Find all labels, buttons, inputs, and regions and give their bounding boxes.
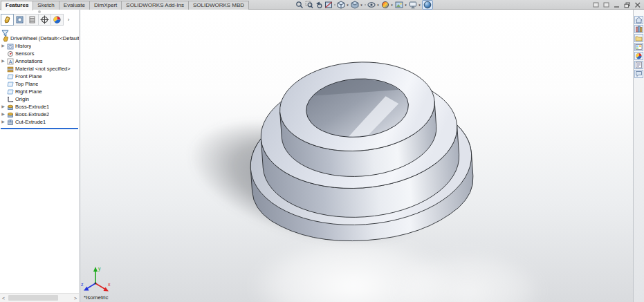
tree-filter xyxy=(1,27,9,34)
tree-item-cut-extrude1[interactable]: ▶ Cut-Extrude1 xyxy=(0,118,79,126)
triad-z-label: z xyxy=(81,282,84,287)
feature-tree: DriveWheel (Default<<Default>_Display ▶ … xyxy=(0,35,79,129)
tree-item-label: Boss-Extrude1 xyxy=(15,104,49,110)
apply-scene-dropdown[interactable]: ▾ xyxy=(404,1,407,9)
zoom-to-fit-icon[interactable] xyxy=(295,1,304,9)
restore-down-icon[interactable] xyxy=(623,1,632,8)
view-settings-icon[interactable] xyxy=(408,1,417,9)
dimxpertmanager-icon xyxy=(40,15,49,24)
toolbar-separator xyxy=(333,1,335,9)
view-settings-dropdown[interactable]: ▾ xyxy=(418,1,421,9)
tree-item-history[interactable]: ▶ History xyxy=(0,42,79,50)
tab-dimxpert[interactable]: DimXpert xyxy=(89,1,122,10)
tree-item-top-plane[interactable]: Top Plane xyxy=(0,80,79,88)
design-library-icon[interactable] xyxy=(634,25,643,33)
view-orientation-label: *Isometric xyxy=(84,294,109,301)
realview-toggle-icon[interactable] xyxy=(422,0,433,10)
annotations-icon: A xyxy=(6,58,14,65)
scrollbar-track[interactable] xyxy=(7,294,72,301)
section-view-icon[interactable] xyxy=(324,1,333,9)
task-pane-strip xyxy=(633,10,644,302)
tree-item-material[interactable]: Material <not specified> xyxy=(0,65,79,73)
minimize-icon[interactable] xyxy=(613,1,621,8)
heads-up-view-toolbar: ▾ ▾ ▾ ▾ ▾ ▾ xyxy=(295,1,433,9)
tree-item-boss-extrude2[interactable]: ▶ Boss-Extrude2 xyxy=(0,111,79,118)
displaymanager-tab[interactable] xyxy=(50,14,64,26)
triad-y-label: y xyxy=(98,266,101,272)
dimxpertmanager-tab[interactable] xyxy=(38,14,51,26)
configurationmanager-icon xyxy=(28,15,37,24)
part-icon xyxy=(1,35,9,42)
tree-item-label: Right Plane xyxy=(15,88,42,95)
tree-root-drivewheel[interactable]: DriveWheel (Default<<Default>_Display xyxy=(0,35,79,42)
edit-appearance-icon[interactable] xyxy=(380,1,389,9)
scroll-right-icon[interactable]: > xyxy=(72,294,79,302)
tree-item-right-plane[interactable]: Right Plane xyxy=(0,88,79,95)
file-explorer-icon[interactable] xyxy=(634,34,643,42)
solidworks-forum-icon[interactable] xyxy=(634,70,643,78)
solidworks-resources-icon[interactable] xyxy=(634,16,643,24)
previous-view-icon[interactable] xyxy=(314,1,323,9)
expand-arrow-icon[interactable]: ▶ xyxy=(0,118,6,126)
hide-show-items-dropdown[interactable]: ▾ xyxy=(376,1,380,9)
commandmanager-tabs: Features Sketch Evaluate DimXpert SOLIDW… xyxy=(1,1,248,10)
panel-horizontal-scrollbar[interactable]: < > xyxy=(0,293,79,302)
tree-item-sensors[interactable]: Sensors xyxy=(0,50,79,57)
boss-extrude-icon xyxy=(6,111,14,118)
tab-solidworks-mbd[interactable]: SOLIDWORKS MBD xyxy=(188,1,249,10)
doc-minimize-icon[interactable] xyxy=(592,1,600,8)
top-command-strip: Features Sketch Evaluate DimXpert SOLIDW… xyxy=(0,0,644,10)
graphics-viewport[interactable]: y x z *Isometric xyxy=(80,10,633,302)
sensors-icon xyxy=(6,50,14,57)
featuremanager-icon xyxy=(3,15,12,24)
tab-features[interactable]: Features xyxy=(1,1,33,10)
propertymanager-icon xyxy=(15,15,24,24)
view-palette-icon[interactable] xyxy=(634,43,643,51)
svg-text:A: A xyxy=(8,59,12,64)
tab-sketch[interactable]: Sketch xyxy=(33,1,59,10)
origin-icon xyxy=(6,96,14,103)
display-style-icon[interactable] xyxy=(350,1,359,9)
scroll-left-icon[interactable]: < xyxy=(0,294,7,302)
triad-y-arrow xyxy=(93,267,98,272)
zoom-to-area-icon[interactable] xyxy=(304,1,313,9)
tree-item-label: History xyxy=(15,43,31,49)
expand-arrow-icon[interactable]: ▶ xyxy=(0,111,6,118)
tree-item-front-plane[interactable]: Front Plane xyxy=(0,73,79,80)
doc-restore-icon[interactable] xyxy=(602,1,611,8)
triad-z-arrow xyxy=(84,287,89,291)
expand-arrow-icon[interactable]: ▶ xyxy=(0,42,6,50)
featuremanager-panel: › DriveWheel (Default<<Default>_Display … xyxy=(0,10,80,302)
display-style-dropdown[interactable]: ▾ xyxy=(360,1,363,9)
tab-solidworks-add-ins[interactable]: SOLIDWORKS Add-Ins xyxy=(121,1,189,10)
view-orientation-dropdown[interactable]: ▾ xyxy=(346,1,349,9)
rollback-bar[interactable] xyxy=(1,128,78,129)
expand-arrow-icon[interactable]: ▶ xyxy=(0,57,6,65)
plane-icon xyxy=(6,81,14,88)
tree-item-boss-extrude1[interactable]: ▶ Boss-Extrude1 xyxy=(0,103,79,111)
appearances-scenes-icon[interactable] xyxy=(634,52,643,60)
view-orientation-icon[interactable] xyxy=(336,1,345,9)
apply-scene-icon[interactable] xyxy=(394,1,403,9)
tree-root-label: DriveWheel (Default<<Default>_Display xyxy=(10,35,79,41)
featuremanager-tree-tab[interactable] xyxy=(1,14,14,26)
scrollbar-thumb[interactable] xyxy=(8,295,58,301)
drivewheel-part-render: y x z xyxy=(80,10,633,302)
tree-item-label: Top Plane xyxy=(15,81,38,87)
displaymanager-icon xyxy=(53,15,62,24)
plane-icon xyxy=(6,88,14,95)
edit-appearance-dropdown[interactable]: ▾ xyxy=(390,1,394,9)
panel-tabs-overflow-button[interactable]: › xyxy=(64,14,73,26)
expand-arrow-icon[interactable]: ▶ xyxy=(0,103,6,111)
cut-extrude-icon xyxy=(6,119,14,126)
custom-properties-icon[interactable] xyxy=(634,61,643,69)
tree-item-origin[interactable]: Origin xyxy=(0,95,79,103)
propertymanager-tab[interactable] xyxy=(13,14,26,26)
configurationmanager-tab[interactable] xyxy=(26,14,39,26)
plane-icon xyxy=(6,73,14,80)
tab-evaluate[interactable]: Evaluate xyxy=(59,1,90,10)
tree-item-annotations[interactable]: ▶ A Annotations xyxy=(0,57,79,65)
close-icon[interactable] xyxy=(634,1,642,8)
panel-grip[interactable] xyxy=(38,10,41,13)
hide-show-items-icon[interactable] xyxy=(367,1,376,9)
